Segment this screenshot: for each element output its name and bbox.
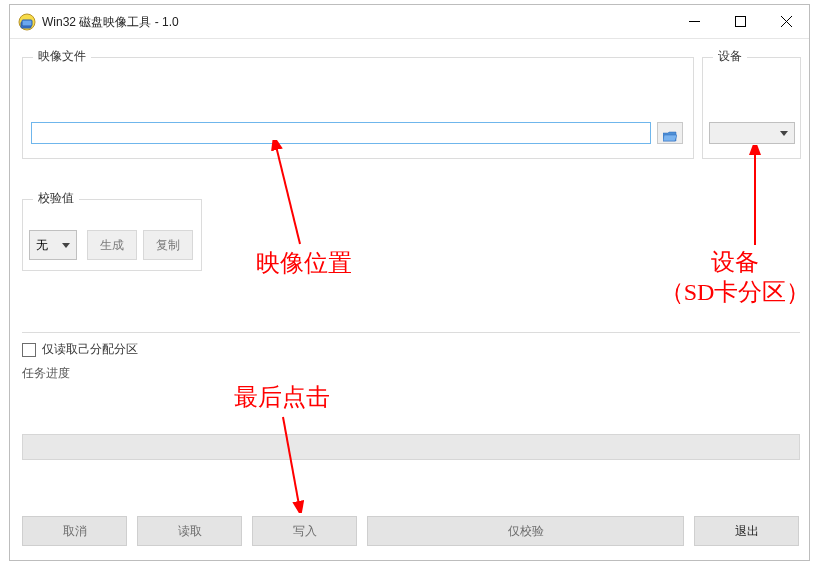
section-divider <box>22 332 800 333</box>
minimize-button[interactable] <box>671 5 717 38</box>
hash-generate-button[interactable]: 生成 <box>87 230 137 260</box>
device-select[interactable] <box>709 122 795 144</box>
device-group-label: 设备 <box>713 48 747 65</box>
titlebar: Win32 磁盘映像工具 - 1.0 <box>10 5 809 39</box>
app-icon <box>18 13 36 31</box>
window-title: Win32 磁盘映像工具 - 1.0 <box>42 5 671 39</box>
progress-label: 任务进度 <box>22 365 70 382</box>
svg-rect-4 <box>735 17 745 27</box>
chevron-down-icon <box>780 131 788 136</box>
chevron-down-icon <box>62 243 70 248</box>
hash-type-select[interactable]: 无 <box>29 230 77 260</box>
read-button[interactable]: 读取 <box>137 516 242 546</box>
cancel-button[interactable]: 取消 <box>22 516 127 546</box>
annotation-device-line2: （SD卡分区） <box>635 276 820 308</box>
hash-copy-button[interactable]: 复制 <box>143 230 193 260</box>
browse-button[interactable] <box>657 122 683 144</box>
annotation-final-click: 最后点击 <box>234 381 330 413</box>
progress-bar <box>22 434 800 460</box>
annotation-device-line1: 设备 <box>655 246 815 278</box>
exit-button[interactable]: 退出 <box>694 516 799 546</box>
annotation-image-location: 映像位置 <box>256 247 352 279</box>
hash-group-label: 校验值 <box>33 190 79 207</box>
allocated-only-checkbox[interactable] <box>22 343 36 357</box>
folder-open-icon <box>663 128 677 139</box>
image-file-group: 映像文件 <box>22 57 694 159</box>
close-button[interactable] <box>763 5 809 38</box>
window-controls <box>671 5 809 38</box>
allocated-only-row[interactable]: 仅读取己分配分区 <box>22 341 138 358</box>
allocated-only-label: 仅读取己分配分区 <box>42 341 138 358</box>
device-group: 设备 <box>702 57 801 159</box>
image-file-group-label: 映像文件 <box>33 48 91 65</box>
image-path-input[interactable] <box>31 122 651 144</box>
write-button[interactable]: 写入 <box>252 516 357 546</box>
hash-group: 校验值 无 生成 复制 <box>22 199 202 271</box>
verify-only-button[interactable]: 仅校验 <box>367 516 684 546</box>
hash-selected-value: 无 <box>36 237 48 254</box>
svg-rect-2 <box>22 20 32 26</box>
maximize-button[interactable] <box>717 5 763 38</box>
